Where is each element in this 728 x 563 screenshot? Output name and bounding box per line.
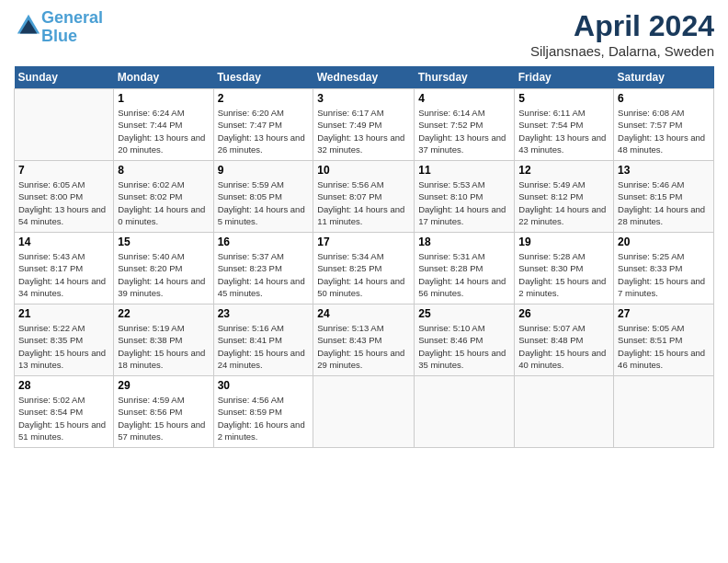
calendar-cell: [515, 376, 614, 448]
calendar-cell: 13 Sunrise: 5:46 AMSunset: 8:15 PMDaylig…: [614, 161, 714, 233]
day-detail: Sunrise: 5:37 AMSunset: 8:23 PMDaylight:…: [218, 250, 310, 299]
day-number: 10: [317, 164, 410, 177]
day-header-saturday: Saturday: [614, 66, 714, 89]
calendar-cell: 11 Sunrise: 5:53 AMSunset: 8:10 PMDaylig…: [415, 161, 515, 233]
calendar-cell: 25 Sunrise: 5:10 AMSunset: 8:46 PMDaylig…: [415, 304, 515, 376]
day-header-monday: Monday: [114, 66, 213, 89]
day-detail: Sunrise: 5:25 AMSunset: 8:33 PMDaylight:…: [618, 250, 710, 299]
day-number: 18: [418, 236, 510, 248]
calendar-cell: 15 Sunrise: 5:40 AMSunset: 8:20 PMDaylig…: [114, 233, 213, 304]
calendar-table: SundayMondayTuesdayWednesdayThursdayFrid…: [14, 66, 714, 448]
calendar-cell: 1 Sunrise: 6:24 AMSunset: 7:44 PMDayligh…: [114, 89, 213, 161]
day-number: 14: [18, 236, 109, 248]
calendar-cell: 30 Sunrise: 4:56 AMSunset: 8:59 PMDaylig…: [213, 376, 313, 448]
day-detail: Sunrise: 4:56 AMSunset: 8:59 PMDaylight:…: [218, 394, 310, 442]
day-number: 11: [418, 164, 510, 177]
calendar-cell: 8 Sunrise: 6:02 AMSunset: 8:02 PMDayligh…: [114, 161, 213, 233]
day-number: 6: [618, 92, 710, 105]
day-detail: Sunrise: 5:05 AMSunset: 8:51 PMDaylight:…: [618, 322, 710, 371]
calendar-cell: 23 Sunrise: 5:16 AMSunset: 8:41 PMDaylig…: [213, 304, 313, 376]
calendar-cell: 24 Sunrise: 5:13 AMSunset: 8:43 PMDaylig…: [313, 304, 415, 376]
calendar-cell: 20 Sunrise: 5:25 AMSunset: 8:33 PMDaylig…: [614, 233, 714, 304]
day-number: 22: [118, 307, 209, 320]
calendar-cell: 21 Sunrise: 5:22 AMSunset: 8:35 PMDaylig…: [15, 304, 114, 376]
day-number: 8: [118, 164, 209, 177]
day-number: 4: [418, 92, 510, 105]
day-number: 20: [618, 236, 710, 248]
calendar-cell: 3 Sunrise: 6:17 AMSunset: 7:49 PMDayligh…: [313, 89, 415, 161]
day-detail: Sunrise: 5:16 AMSunset: 8:41 PMDaylight:…: [218, 322, 310, 371]
calendar-cell: 28 Sunrise: 5:02 AMSunset: 8:54 PMDaylig…: [15, 376, 114, 448]
day-detail: Sunrise: 5:07 AMSunset: 8:48 PMDaylight:…: [518, 322, 609, 371]
day-detail: Sunrise: 6:17 AMSunset: 7:49 PMDaylight:…: [317, 107, 410, 155]
day-number: 17: [317, 236, 410, 248]
day-number: 2: [218, 92, 310, 105]
day-detail: Sunrise: 5:22 AMSunset: 8:35 PMDaylight:…: [18, 322, 109, 371]
location-subtitle: Siljansnaes, Dalarna, Sweden: [530, 43, 714, 59]
day-detail: Sunrise: 5:46 AMSunset: 8:15 PMDaylight:…: [618, 178, 710, 227]
logo: General Blue: [14, 9, 103, 46]
calendar-cell: [415, 376, 515, 448]
day-header-thursday: Thursday: [415, 66, 515, 89]
week-row-0: 1 Sunrise: 6:24 AMSunset: 7:44 PMDayligh…: [15, 89, 714, 161]
day-header-tuesday: Tuesday: [213, 66, 313, 89]
day-detail: Sunrise: 4:59 AMSunset: 8:56 PMDaylight:…: [118, 394, 209, 442]
calendar-cell: [313, 376, 415, 448]
day-detail: Sunrise: 5:02 AMSunset: 8:54 PMDaylight:…: [18, 394, 109, 442]
day-number: 15: [118, 236, 209, 248]
calendar-cell: 4 Sunrise: 6:14 AMSunset: 7:52 PMDayligh…: [415, 89, 515, 161]
day-number: 13: [618, 164, 710, 177]
calendar-cell: [614, 376, 714, 448]
title-area: April 2024 Siljansnaes, Dalarna, Sweden: [530, 9, 714, 59]
page-container: General Blue April 2024 Siljansnaes, Dal…: [0, 0, 728, 457]
day-number: 5: [518, 92, 609, 105]
calendar-cell: 18 Sunrise: 5:31 AMSunset: 8:28 PMDaylig…: [415, 233, 515, 304]
day-detail: Sunrise: 5:59 AMSunset: 8:05 PMDaylight:…: [218, 178, 310, 227]
calendar-cell: 2 Sunrise: 6:20 AMSunset: 7:47 PMDayligh…: [213, 89, 313, 161]
calendar-cell: 6 Sunrise: 6:08 AMSunset: 7:57 PMDayligh…: [614, 89, 714, 161]
calendar-cell: 14 Sunrise: 5:43 AMSunset: 8:17 PMDaylig…: [15, 233, 114, 304]
day-detail: Sunrise: 6:05 AMSunset: 8:00 PMDaylight:…: [18, 178, 109, 227]
day-number: 24: [317, 307, 410, 320]
calendar-cell: [15, 89, 114, 161]
day-number: 12: [518, 164, 609, 177]
day-detail: Sunrise: 6:14 AMSunset: 7:52 PMDaylight:…: [418, 107, 510, 155]
day-detail: Sunrise: 5:13 AMSunset: 8:43 PMDaylight:…: [317, 322, 410, 371]
day-detail: Sunrise: 5:53 AMSunset: 8:10 PMDaylight:…: [418, 178, 510, 227]
day-header-friday: Friday: [515, 66, 614, 89]
day-number: 3: [317, 92, 410, 105]
day-detail: Sunrise: 6:11 AMSunset: 7:54 PMDaylight:…: [518, 107, 609, 155]
day-detail: Sunrise: 6:08 AMSunset: 7:57 PMDaylight:…: [618, 107, 710, 155]
calendar-cell: 10 Sunrise: 5:56 AMSunset: 8:07 PMDaylig…: [313, 161, 415, 233]
week-row-3: 21 Sunrise: 5:22 AMSunset: 8:35 PMDaylig…: [15, 304, 714, 376]
day-detail: Sunrise: 5:49 AMSunset: 8:12 PMDaylight:…: [518, 178, 609, 227]
day-number: 21: [18, 307, 109, 320]
calendar-cell: 16 Sunrise: 5:37 AMSunset: 8:23 PMDaylig…: [213, 233, 313, 304]
day-number: 23: [218, 307, 310, 320]
day-detail: Sunrise: 5:10 AMSunset: 8:46 PMDaylight:…: [418, 322, 510, 371]
day-number: 30: [218, 379, 310, 392]
day-detail: Sunrise: 5:40 AMSunset: 8:20 PMDaylight:…: [118, 250, 209, 299]
day-number: 7: [18, 164, 109, 177]
day-detail: Sunrise: 5:31 AMSunset: 8:28 PMDaylight:…: [418, 250, 510, 299]
logo-text: General Blue: [41, 9, 103, 46]
day-detail: Sunrise: 5:34 AMSunset: 8:25 PMDaylight:…: [317, 250, 410, 299]
header-row: SundayMondayTuesdayWednesdayThursdayFrid…: [15, 66, 714, 89]
header: General Blue April 2024 Siljansnaes, Dal…: [14, 9, 714, 59]
calendar-cell: 5 Sunrise: 6:11 AMSunset: 7:54 PMDayligh…: [515, 89, 614, 161]
calendar-cell: 26 Sunrise: 5:07 AMSunset: 8:48 PMDaylig…: [515, 304, 614, 376]
calendar-cell: 9 Sunrise: 5:59 AMSunset: 8:05 PMDayligh…: [213, 161, 313, 233]
day-detail: Sunrise: 5:19 AMSunset: 8:38 PMDaylight:…: [118, 322, 209, 371]
calendar-cell: 12 Sunrise: 5:49 AMSunset: 8:12 PMDaylig…: [515, 161, 614, 233]
day-number: 19: [518, 236, 609, 248]
day-detail: Sunrise: 6:20 AMSunset: 7:47 PMDaylight:…: [218, 107, 310, 155]
day-number: 29: [118, 379, 209, 392]
day-number: 16: [218, 236, 310, 248]
calendar-cell: 7 Sunrise: 6:05 AMSunset: 8:00 PMDayligh…: [15, 161, 114, 233]
logo-blue: Blue: [41, 27, 77, 45]
calendar-cell: 27 Sunrise: 5:05 AMSunset: 8:51 PMDaylig…: [614, 304, 714, 376]
day-number: 27: [618, 307, 710, 320]
calendar-cell: 17 Sunrise: 5:34 AMSunset: 8:25 PMDaylig…: [313, 233, 415, 304]
calendar-cell: 19 Sunrise: 5:28 AMSunset: 8:30 PMDaylig…: [515, 233, 614, 304]
calendar-cell: 29 Sunrise: 4:59 AMSunset: 8:56 PMDaylig…: [114, 376, 213, 448]
